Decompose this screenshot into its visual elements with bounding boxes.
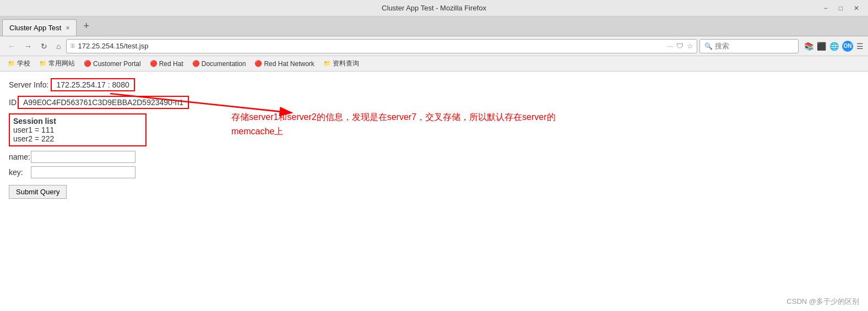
active-tab[interactable]: Cluster App Test × bbox=[2, 19, 77, 36]
session-id-label: ID bbox=[9, 98, 17, 107]
bookmark-xuexiao[interactable]: 📁 学校 bbox=[4, 58, 34, 69]
bookmark-redhat-network[interactable]: 🔴 Red Hat Network bbox=[251, 59, 317, 69]
key-form-row: key: bbox=[9, 166, 859, 178]
profile-icon[interactable]: ON bbox=[842, 41, 853, 52]
key-input[interactable] bbox=[31, 166, 135, 178]
search-bar-wrapper: 🔍 bbox=[699, 39, 799, 53]
server-info-label: Server Info: bbox=[9, 80, 48, 89]
redhat-icon: 🔴 bbox=[84, 60, 91, 67]
folder-icon: 📁 bbox=[323, 60, 331, 67]
library-icon[interactable]: 📚 bbox=[804, 42, 813, 51]
sidebar-icon[interactable]: ⬛ bbox=[817, 42, 826, 51]
annotation-line2: memcache上 bbox=[231, 124, 556, 139]
session-list-item-1: user1 = 111 bbox=[13, 126, 142, 134]
window-title: Cluster App Test - Mozilla Firefox bbox=[382, 4, 486, 12]
url-input[interactable] bbox=[78, 42, 665, 50]
session-list-box: Session list user1 = 111 user2 = 222 bbox=[9, 113, 147, 146]
name-label: name: bbox=[9, 152, 31, 161]
name-form-row: name: bbox=[9, 151, 859, 163]
server-info-row: Server Info: 172.25.254.17 : 8080 bbox=[9, 78, 859, 91]
close-window-button[interactable]: ✕ bbox=[850, 3, 862, 13]
nav-right-icons: 📚 ⬛ 🌐 ON ☰ bbox=[804, 41, 864, 52]
bookmark-label: 学校 bbox=[17, 59, 30, 68]
tab-close-button[interactable]: × bbox=[66, 24, 69, 32]
bookmark-label: 资料查询 bbox=[333, 59, 359, 68]
folder-icon: 📁 bbox=[39, 60, 47, 67]
tab-label: Cluster App Test bbox=[9, 24, 61, 32]
maximize-button[interactable]: □ bbox=[836, 3, 846, 13]
bookmarks-bar: 📁 学校 📁 常用网站 🔴 Customer Portal 🔴 Red Hat … bbox=[0, 56, 868, 72]
page-content: Server Info: 172.25.254.17 : 8080 ID A99… bbox=[0, 72, 868, 311]
minimize-button[interactable]: − bbox=[821, 3, 831, 13]
search-input[interactable] bbox=[715, 42, 794, 50]
session-list-item-2: user2 = 222 bbox=[13, 134, 142, 143]
bookmark-label: Customer Portal bbox=[93, 60, 141, 68]
bookmark-label: 常用网站 bbox=[48, 59, 75, 68]
bookmark-documentation[interactable]: 🔴 Documentation bbox=[189, 59, 249, 69]
bookmark-label: Red Hat Network bbox=[264, 60, 314, 68]
url-extra-icons: ··· 🛡 ☆ bbox=[667, 42, 693, 50]
new-tab-button[interactable]: + bbox=[79, 20, 94, 32]
bookmark-label: Red Hat bbox=[159, 60, 183, 68]
name-input[interactable] bbox=[31, 151, 135, 163]
bookmark-customer-portal[interactable]: 🔴 Customer Portal bbox=[80, 59, 144, 69]
tabbar: Cluster App Test × + bbox=[0, 17, 868, 36]
bookmark-label: Documentation bbox=[202, 60, 246, 68]
menu-icon[interactable]: ☰ bbox=[856, 42, 864, 51]
redhat-icon: 🔴 bbox=[192, 60, 200, 67]
server-info-value: 172.25.254.17 : 8080 bbox=[51, 78, 134, 91]
search-icon: 🔍 bbox=[704, 42, 713, 50]
shield-icon: 🛡 bbox=[676, 42, 683, 50]
redhat-icon: 🔴 bbox=[254, 60, 262, 67]
bookmark-ziliao[interactable]: 📁 资料查询 bbox=[320, 58, 362, 69]
session-id-value: A99E0C4FD563761C3D9EBBA2D5923490-n1 bbox=[18, 96, 189, 109]
annotation-text: 存储server1和server2的信息，发现是在server7，交叉存储，所以… bbox=[231, 110, 556, 138]
url-bar-wrapper: ① ··· 🛡 ☆ bbox=[66, 39, 697, 53]
home-button[interactable]: ⌂ bbox=[53, 40, 64, 53]
session-id-row: ID A99E0C4FD563761C3D9EBBA2D5923490-n1 bbox=[9, 96, 859, 109]
forward-button[interactable]: → bbox=[21, 40, 35, 53]
refresh-button[interactable]: ↻ bbox=[37, 40, 51, 53]
watermark: CSDN @多于少的区别 bbox=[786, 297, 859, 307]
bookmark-star-icon[interactable]: ☆ bbox=[687, 42, 693, 50]
session-list-title: Session list bbox=[13, 117, 142, 126]
bookmark-changyong[interactable]: 📁 常用网站 bbox=[36, 58, 78, 69]
navbar: ← → ↻ ⌂ ① ··· 🛡 ☆ 🔍 📚 ⬛ 🌐 ON ☰ bbox=[0, 36, 868, 56]
titlebar: Cluster App Test - Mozilla Firefox − □ ✕ bbox=[0, 0, 868, 17]
window-controls: − □ ✕ bbox=[821, 3, 862, 13]
redhat-icon: 🔴 bbox=[150, 60, 158, 67]
folder-icon: 📁 bbox=[8, 60, 15, 67]
back-button[interactable]: ← bbox=[4, 40, 19, 53]
annotation-line1: 存储server1和server2的信息，发现是在server7，交叉存储，所以… bbox=[231, 110, 556, 124]
submit-button[interactable]: Submit Query bbox=[9, 185, 67, 199]
key-label: key: bbox=[9, 168, 31, 177]
pocket-icon[interactable]: 🌐 bbox=[829, 42, 839, 51]
url-dots-icon: ··· bbox=[667, 42, 673, 50]
url-security-icon: ① bbox=[70, 42, 75, 50]
bookmark-redhat[interactable]: 🔴 Red Hat bbox=[147, 59, 187, 69]
